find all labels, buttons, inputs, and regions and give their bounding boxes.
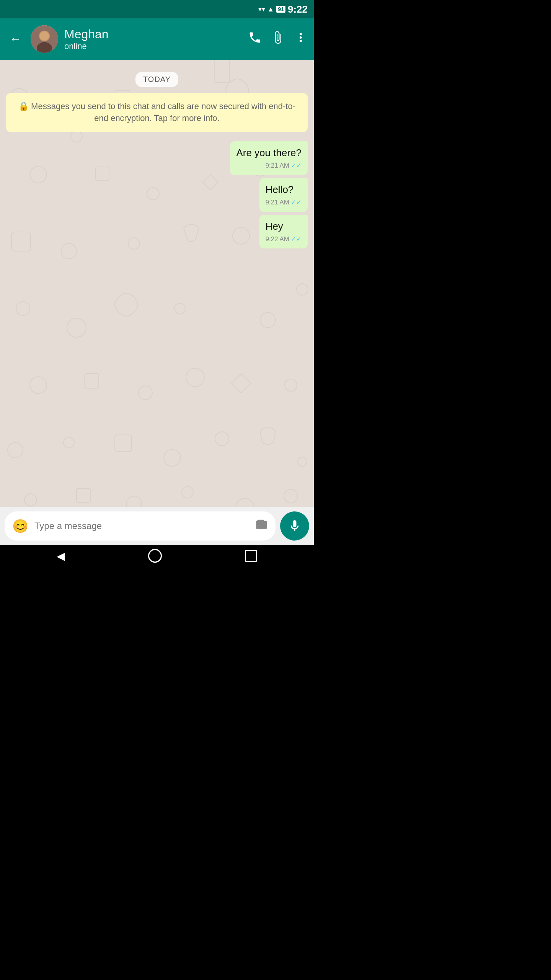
more-button[interactable] [294, 31, 308, 47]
message-meta: 9:21 AM ✓✓ [266, 198, 302, 207]
svg-point-31 [64, 437, 74, 448]
message-input-container: 😊 [5, 511, 276, 541]
nav-bar: ◀ [0, 545, 314, 567]
message-bubble[interactable]: Are you there? 9:21 AM ✓✓ [230, 141, 308, 175]
svg-point-3 [40, 31, 49, 41]
message-meta: 9:22 AM ✓✓ [266, 235, 302, 244]
message-ticks: ✓✓ [291, 198, 302, 207]
svg-point-39 [182, 487, 193, 498]
contact-info[interactable]: Meghan online [64, 27, 242, 51]
header-actions [248, 31, 308, 47]
svg-point-20 [67, 318, 86, 337]
messages-container: Are you there? 9:21 AM ✓✓ Hello? 9:21 AM… [6, 141, 308, 249]
svg-point-30 [8, 443, 23, 458]
svg-point-21 [174, 303, 185, 314]
message-bubble[interactable]: Hello? 9:21 AM ✓✓ [259, 178, 308, 212]
message-input[interactable] [34, 521, 249, 531]
svg-point-24 [297, 284, 308, 295]
nav-recents-button[interactable] [245, 550, 257, 562]
message-text: Hey [266, 219, 302, 233]
nav-home-button[interactable] [148, 549, 162, 563]
back-button[interactable]: ← [6, 29, 24, 49]
svg-point-41 [284, 489, 298, 503]
svg-point-25 [30, 377, 47, 394]
svg-point-35 [298, 457, 307, 466]
message-time: 9:22 AM [266, 235, 289, 244]
svg-point-36 [24, 494, 37, 506]
svg-point-38 [126, 496, 142, 507]
input-area: 😊 [0, 507, 314, 545]
emoji-button[interactable]: 😊 [12, 518, 28, 534]
camera-button[interactable] [256, 519, 268, 534]
svg-point-33 [164, 449, 181, 466]
signal-icon: ▲ [267, 5, 274, 13]
mic-button[interactable] [280, 511, 309, 541]
message-meta: 9:21 AM ✓✓ [236, 161, 302, 170]
svg-point-40 [236, 498, 254, 507]
battery-icon: 91 [276, 6, 285, 13]
svg-rect-37 [77, 488, 90, 502]
status-bar: ▾▾ ▲ 91 9:22 [0, 0, 314, 18]
status-time: 9:22 [288, 3, 308, 15]
date-badge: TODAY [6, 72, 308, 87]
svg-point-28 [186, 368, 204, 387]
message-time: 9:21 AM [266, 198, 289, 207]
chat-content: TODAY 🔒 Messages you send to this chat a… [0, 60, 314, 255]
encryption-notice-text: 🔒 Messages you send to this chat and cal… [18, 101, 295, 123]
svg-point-23 [260, 312, 276, 328]
contact-name: Meghan [64, 27, 242, 41]
svg-point-34 [215, 432, 229, 446]
avatar-image [31, 25, 58, 53]
message-ticks: ✓✓ [291, 161, 302, 170]
message-text: Are you there? [236, 146, 302, 160]
message-bubble[interactable]: Hey 9:22 AM ✓✓ [259, 215, 308, 248]
date-badge-text: TODAY [135, 72, 178, 87]
nav-back-button[interactable]: ◀ [57, 550, 65, 562]
encryption-notice[interactable]: 🔒 Messages you send to this chat and cal… [6, 93, 308, 132]
call-button[interactable] [248, 31, 262, 47]
message-time: 9:21 AM [266, 161, 289, 170]
svg-rect-32 [115, 435, 132, 452]
message-text: Hello? [266, 183, 302, 196]
svg-point-27 [139, 386, 152, 400]
svg-point-29 [285, 379, 297, 391]
message-ticks: ✓✓ [291, 235, 302, 244]
attach-button[interactable] [271, 31, 285, 47]
message-row: Hey 9:22 AM ✓✓ [6, 215, 308, 248]
wifi-icon: ▾▾ [258, 5, 265, 13]
status-icons: ▾▾ ▲ 91 9:22 [258, 3, 308, 15]
svg-point-19 [16, 302, 30, 315]
chat-header: ← Meghan online [0, 18, 314, 60]
message-row: Hello? 9:21 AM ✓✓ [6, 178, 308, 212]
contact-status: online [64, 41, 242, 51]
contact-avatar[interactable] [31, 25, 58, 53]
svg-rect-26 [84, 374, 99, 388]
message-row: Are you there? 9:21 AM ✓✓ [6, 141, 308, 175]
